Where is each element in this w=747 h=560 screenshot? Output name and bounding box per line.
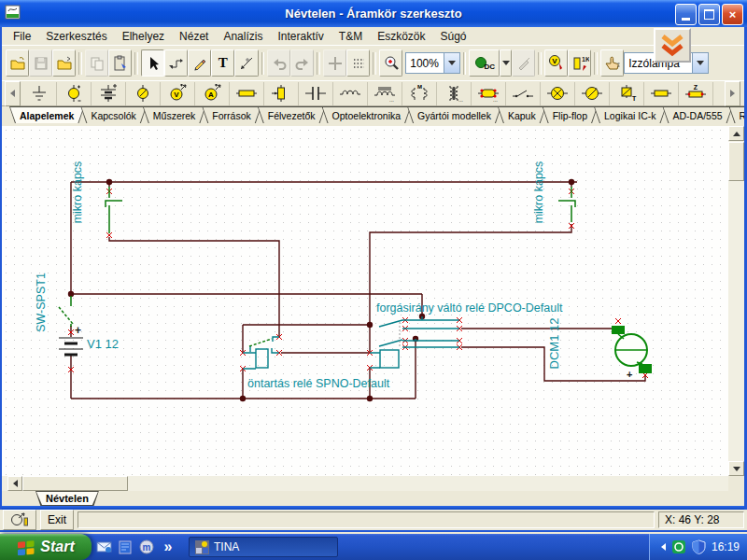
- pencil-tool-button[interactable]: [188, 49, 211, 77]
- voltmeter-tool-button[interactable]: V: [544, 49, 568, 77]
- component-ground[interactable]: [22, 82, 57, 105]
- scroll-down-button[interactable]: [728, 461, 744, 476]
- battery-label[interactable]: V1 12: [87, 337, 119, 351]
- restore-button[interactable]: [698, 4, 720, 25]
- text-tool-button[interactable]: T: [211, 49, 234, 77]
- menu-insert[interactable]: Elhelyez: [115, 28, 172, 45]
- tab-alapelemek[interactable]: Alapelemek: [9, 106, 84, 123]
- component-relay[interactable]: T: [610, 82, 644, 105]
- quicklaunch-desktop-icon[interactable]: [116, 537, 134, 557]
- open-button[interactable]: [6, 49, 29, 77]
- start-button[interactable]: Start: [0, 534, 92, 560]
- latch-relay[interactable]: [243, 337, 279, 369]
- menu-tools[interactable]: Eszközök: [370, 28, 432, 45]
- menu-tm[interactable]: T&M: [331, 28, 370, 45]
- tray-security-shield-icon[interactable]: [692, 539, 706, 554]
- open-macro-button[interactable]: [52, 49, 76, 77]
- component-hand-button[interactable]: [600, 49, 624, 77]
- tab-gyartoi-modellek[interactable]: Gyártói modellek: [407, 106, 501, 123]
- tab-kapuk[interactable]: Kapuk: [498, 106, 546, 123]
- resistor-value-tool-button[interactable]: 1K: [568, 49, 591, 77]
- main-switch[interactable]: [59, 296, 73, 327]
- tab-ad-da-555[interactable]: AD-DA/555: [662, 106, 732, 123]
- task-button-tina[interactable]: TINA: [189, 537, 338, 557]
- dc-motor[interactable]: [612, 326, 652, 373]
- tray-sync-icon[interactable]: [671, 539, 686, 554]
- schematic-canvas[interactable]: mikro kapcs mikro kapcs SW-SPST1 + V1 12…: [2, 126, 728, 476]
- tab-muszerek[interactable]: Műszerek: [143, 106, 206, 123]
- tab-optoelektronika[interactable]: Optoelektronika: [322, 106, 412, 123]
- quicklaunch-mail-icon[interactable]: [94, 537, 113, 557]
- tab-flip-flop[interactable]: Flip-flop: [543, 106, 598, 123]
- quicklaunch-overflow-chevron[interactable]: »: [159, 537, 177, 557]
- component-iron-core-inductor[interactable]: ...: [368, 82, 402, 105]
- tab-kapcsolok[interactable]: Kapcsolók: [80, 106, 146, 123]
- minimize-button[interactable]: [675, 4, 697, 25]
- component-impedance[interactable]: Z: [679, 82, 713, 105]
- component-voltmeter[interactable]: V: [161, 82, 195, 105]
- component-signal-generator[interactable]: [126, 82, 161, 105]
- component-potentiometer[interactable]: [264, 82, 299, 105]
- palette-scroll-left[interactable]: [5, 81, 21, 106]
- quicklaunch-messenger-icon[interactable]: m: [137, 537, 156, 557]
- undo-button[interactable]: [267, 49, 290, 77]
- exit-button[interactable]: Exit: [40, 510, 74, 530]
- motor-label[interactable]: DCM1 12: [547, 318, 561, 370]
- tab-felvezetok[interactable]: Félvezetők: [258, 106, 326, 123]
- reversing-relay-label[interactable]: forgásirány váltó relé DPCO-Default: [376, 301, 563, 315]
- palette-scroll-right[interactable]: [725, 81, 740, 106]
- component-voltage-source[interactable]: [57, 82, 92, 105]
- zoom-dropdown-button[interactable]: [444, 53, 459, 73]
- menu-view[interactable]: Nézet: [172, 28, 216, 45]
- component-resistor[interactable]: [230, 82, 264, 105]
- horizontal-scrollbar[interactable]: [2, 476, 728, 491]
- component-motor[interactable]: [575, 82, 610, 105]
- component-dropdown-button[interactable]: [692, 53, 708, 73]
- paste-button[interactable]: [108, 49, 132, 77]
- menu-help[interactable]: Súgó: [433, 28, 474, 45]
- component-battery[interactable]: [92, 82, 126, 105]
- micro-switch-left-label[interactable]: mikro kapcs: [71, 161, 84, 224]
- menu-analysis[interactable]: Analízis: [216, 28, 270, 45]
- horizontal-scroll-thumb[interactable]: [22, 476, 128, 491]
- menu-interactive[interactable]: Interaktív: [270, 28, 331, 45]
- latch-relay-label[interactable]: öntartás relé SPNO-Default: [247, 377, 390, 390]
- copy-button[interactable]: [85, 49, 108, 77]
- component-inductor[interactable]: [333, 82, 368, 105]
- vertical-scroll-thumb[interactable]: [728, 142, 744, 181]
- main-switch-label[interactable]: SW-SPST1: [35, 273, 48, 332]
- micro-switch-right-label[interactable]: mikro kapcs: [532, 161, 545, 224]
- close-button[interactable]: ×: [722, 4, 743, 25]
- select-cursor-button[interactable]: [141, 49, 164, 77]
- wire-tool-button[interactable]: [164, 49, 188, 77]
- grid-toggle-button[interactable]: [346, 49, 370, 77]
- dc-mode-dropdown[interactable]: [500, 49, 512, 77]
- save-button[interactable]: [29, 49, 52, 77]
- dc-mode-button[interactable]: DC: [469, 49, 500, 77]
- vertical-scrollbar[interactable]: [728, 126, 744, 476]
- clock[interactable]: 16:19: [712, 540, 740, 553]
- tab-logikai-ic[interactable]: Logikai IC-k: [594, 106, 666, 123]
- component-fuse[interactable]: [644, 82, 679, 105]
- component-optocoupler[interactable]: ...: [472, 82, 506, 105]
- menu-edit[interactable]: Szerkesztés: [38, 28, 114, 45]
- component-switch[interactable]: [506, 82, 541, 105]
- component-coupled-inductors[interactable]: M: [402, 82, 437, 105]
- battery[interactable]: [59, 338, 83, 355]
- redo-button[interactable]: [290, 49, 314, 77]
- component-ammeter[interactable]: A: [195, 82, 230, 105]
- tray-collapse-arrow[interactable]: [661, 543, 666, 551]
- component-capacitor[interactable]: [299, 82, 333, 105]
- zoom-level-combobox[interactable]: 100%: [405, 52, 459, 74]
- probe-tool-button[interactable]: [512, 49, 535, 77]
- component-transformer[interactable]: ...: [437, 82, 472, 105]
- micro-switch-left[interactable]: [106, 187, 122, 233]
- zoom-in-button[interactable]: [379, 49, 402, 77]
- move-crosshair-button[interactable]: [323, 49, 346, 77]
- wire-trim-button[interactable]: [234, 49, 258, 77]
- tab-forrasok[interactable]: Források: [202, 106, 261, 123]
- scroll-up-button[interactable]: [728, 126, 744, 141]
- menu-file[interactable]: File: [6, 28, 38, 45]
- reversing-relay[interactable]: [370, 316, 459, 368]
- component-lamp[interactable]: [541, 82, 575, 105]
